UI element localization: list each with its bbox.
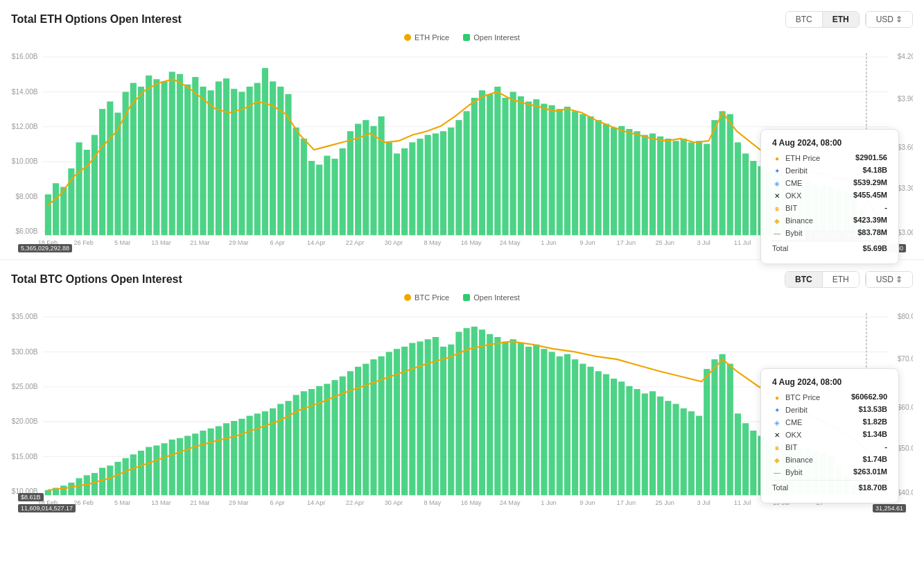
svg-rect-90 [611,128,617,235]
svg-text:22 Apr: 22 Apr [346,499,364,506]
bybit-icon: — [772,228,782,238]
okx-icon: ✕ [772,191,782,200]
svg-rect-72 [471,98,478,235]
svg-rect-237 [603,374,609,496]
btc-deribit-icon: ✦ [772,405,782,415]
eth-btc-button[interactable]: BTC [786,12,823,27]
svg-text:14 Apr: 14 Apr [307,239,325,246]
svg-rect-73 [479,90,485,235]
svg-rect-224 [502,341,508,495]
btc-bybit-icon: — [772,467,782,477]
svg-text:30 Apr: 30 Apr [385,499,403,506]
svg-rect-104 [719,111,725,235]
eth-tooltip: 4 Aug 2024, 08:00 ● ETH Price $2901.56 ✦… [760,129,899,264]
svg-text:$35.00B: $35.00B [12,313,38,320]
svg-rect-49 [293,128,299,235]
svg-rect-43 [246,87,252,235]
svg-rect-254 [735,413,741,495]
svg-rect-248 [688,411,695,495]
svg-rect-168 [68,483,74,495]
btc-currency-button[interactable]: USD ⇕ [866,272,912,287]
btc-btc-button[interactable]: BTC [785,272,823,287]
svg-rect-89 [603,124,609,236]
btc-chart-container[interactable]: $35.00B $30.00B $25.00B $20.00B $15.00B … [11,306,913,514]
svg-text:21 Mar: 21 Mar [190,499,209,506]
svg-text:$3.60K: $3.60K [898,144,913,151]
svg-rect-236 [595,371,602,495]
svg-text:14 Apr: 14 Apr [307,499,325,506]
svg-rect-37 [200,87,206,235]
svg-rect-84 [564,107,570,235]
svg-rect-91 [618,126,625,236]
svg-rect-55 [340,148,346,235]
eth-currency-toggle[interactable]: USD ⇕ [865,11,913,28]
svg-rect-63 [401,148,408,235]
svg-rect-77 [510,92,516,235]
btc-oi-legend: Open Interest [463,293,520,302]
svg-rect-216 [440,347,446,495]
svg-rect-94 [642,135,648,236]
svg-rect-44 [254,83,261,236]
svg-text:17 Jun: 17 Jun [617,499,636,506]
svg-rect-240 [626,386,632,496]
svg-rect-176 [130,454,137,495]
svg-text:29 Mar: 29 Mar [229,499,248,506]
svg-text:1 Jun: 1 Jun [541,499,556,506]
btc-cme-icon: ◈ [772,417,782,427]
svg-text:5 Mar: 5 Mar [114,499,130,506]
btc-price-legend: BTC Price [404,293,449,302]
svg-rect-173 [107,465,113,495]
svg-rect-38 [208,90,214,235]
btc-eth-button[interactable]: ETH [823,272,859,287]
svg-rect-92 [626,129,632,235]
btc-tooltip-row-bybit: — Bybit $263.01M [772,467,887,477]
svg-rect-75 [494,87,500,235]
svg-rect-190 [238,419,245,495]
svg-rect-57 [355,124,361,236]
svg-rect-103 [711,120,717,235]
svg-rect-66 [425,135,431,236]
btc-price-icon: ● [772,392,782,402]
svg-rect-186 [208,429,214,495]
eth-eth-button[interactable]: ETH [823,12,859,27]
eth-currency-button[interactable]: USD ⇕ [866,12,912,27]
eth-chart-section: Total ETH Options Open Interest BTC ETH … [0,0,924,259]
svg-rect-18 [53,183,59,235]
svg-text:$4.20K: $4.20K [898,53,913,60]
deribit-icon: ✦ [772,166,782,175]
svg-text:8 May: 8 May [424,499,441,506]
svg-rect-181 [169,440,175,495]
svg-rect-226 [518,343,524,496]
svg-text:3 Jul: 3 Jul [697,499,710,506]
svg-rect-36 [192,77,198,235]
btc-chart-header: Total BTC Options Open Interest BTC ETH … [11,271,913,288]
svg-rect-96 [657,137,663,236]
svg-rect-238 [611,379,617,495]
svg-rect-24 [99,109,105,235]
eth-tooltip-date: 4 Aug 2024, 08:00 [772,138,887,148]
btc-binance-icon: ◆ [772,455,782,465]
svg-rect-171 [91,473,98,495]
svg-rect-51 [308,161,315,235]
eth-tooltip-row-cme: ◈ CME $539.29M [772,178,887,188]
eth-chart-container[interactable]: $16.00B $14.00B $12.00B $10.00B $8.00B $… [11,46,913,254]
btc-chart-toggle[interactable]: BTC ETH [785,271,860,288]
svg-rect-82 [549,105,555,236]
btc-price-legend-dot [404,294,411,301]
svg-rect-21 [76,142,82,235]
eth-legend: ETH Price Open Interest [11,33,913,42]
svg-rect-233 [572,359,578,495]
btc-currency-toggle[interactable]: USD ⇕ [865,271,913,288]
svg-rect-179 [153,445,159,495]
eth-chart-toggle[interactable]: BTC ETH [785,11,860,28]
svg-rect-45 [262,68,268,235]
svg-rect-67 [433,133,439,235]
svg-text:21 Mar: 21 Mar [190,239,209,246]
svg-rect-64 [409,142,415,235]
btc-tooltip-row-deribit: ✦ Deribit $13.53B [772,405,887,415]
eth-chart-header: Total ETH Options Open Interest BTC ETH … [11,11,913,28]
btc-tooltip-row-cme: ◈ CME $1.82B [772,417,887,427]
btc-tooltip: 4 Aug 2024, 08:00 ● BTC Price $60662.90 … [760,368,899,503]
btc-tooltip-row-binance: ◆ Binance $1.74B [772,455,887,465]
svg-rect-249 [696,416,702,496]
